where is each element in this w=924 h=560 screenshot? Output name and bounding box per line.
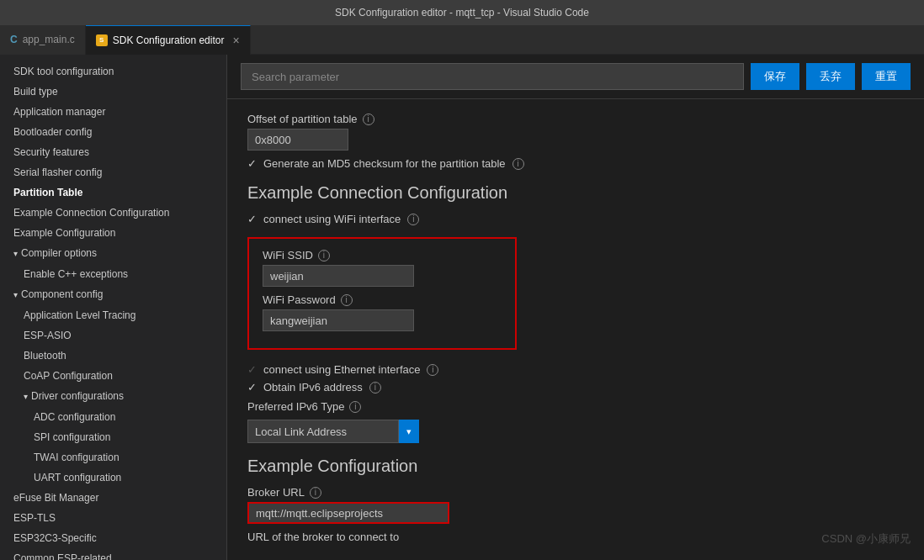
sidebar-item-build-type[interactable]: Build type (0, 82, 226, 102)
ipv6-type-label: Preferred IPv6 Type i (247, 400, 904, 413)
dropdown-arrow-button[interactable]: ▾ (399, 420, 419, 443)
tab-sdk-config[interactable]: S SDK Configuration editor × (86, 25, 251, 55)
ipv6-dropdown-container: Local Link Address ▾ (247, 420, 904, 443)
sidebar-item-uart[interactable]: UART configuration (0, 468, 226, 488)
arrow-down-icon: ▾ (13, 249, 18, 258)
reset-button[interactable]: 重置 (862, 63, 911, 90)
watermark: CSDN @小康师兄 (821, 531, 911, 547)
sidebar-item-esp-asio[interactable]: ESP-ASIO (0, 325, 226, 346)
sidebar-item-coap[interactable]: CoAP Configuration (0, 366, 226, 386)
offset-input[interactable] (247, 129, 348, 151)
config-content: Offset of partition table i ✓ Generate a… (227, 99, 924, 560)
main-area: SDK tool configuration Build type Applic… (0, 55, 924, 560)
md5-checkmark: ✓ (247, 157, 257, 170)
sidebar-item-bootloader[interactable]: Bootloader config (0, 122, 226, 142)
sidebar-item-esp-tls[interactable]: ESP-TLS (0, 508, 226, 528)
tab-sdk-config-label: SDK Configuration editor (113, 34, 225, 46)
wifi-ssid-input[interactable] (263, 265, 414, 287)
broker-url-desc: URL of the broker to connect to (247, 531, 904, 543)
close-icon[interactable]: × (232, 34, 239, 47)
wifi-password-input[interactable] (263, 309, 414, 331)
wifi-ssid-label: WiFi SSID i (263, 249, 502, 262)
sdk-icon: S (96, 34, 108, 46)
broker-url-info-icon[interactable]: i (310, 487, 321, 499)
ipv6-info-icon[interactable]: i (369, 382, 381, 394)
content-area: 保存 丢弃 重置 Offset of partition table i ✓ G… (227, 55, 924, 560)
sidebar-item-esp32c3[interactable]: ESP32C3-Specific (0, 528, 226, 548)
sidebar-item-compiler[interactable]: ▾Compiler options (0, 243, 226, 264)
password-info-icon[interactable]: i (341, 294, 353, 306)
sidebar-item-tracing[interactable]: Application Level Tracing (0, 305, 226, 325)
sidebar-item-example-config[interactable]: Example Configuration (0, 223, 226, 243)
ipv6-type-info-icon[interactable]: i (349, 401, 361, 413)
title-text: SDK Configuration editor - mqtt_tcp - Vi… (335, 7, 589, 18)
sidebar-item-security[interactable]: Security features (0, 142, 226, 162)
sidebar-item-spi[interactable]: SPI configuration (0, 427, 226, 447)
sidebar-item-sdk-tool[interactable]: SDK tool configuration (0, 61, 226, 82)
broker-url-input-wrapper (247, 502, 904, 524)
wifi-connect-checkbox-row: ✓ connect using WiFi interface i (247, 213, 904, 225)
sidebar-item-cpp[interactable]: Enable C++ exceptions (0, 264, 226, 284)
title-bar: SDK Configuration editor - mqtt_tcp - Vi… (0, 0, 924, 25)
ssid-info-icon[interactable]: i (318, 250, 330, 262)
sidebar-item-efuse[interactable]: eFuse Bit Manager (0, 488, 226, 508)
wifi-password-label: WiFi Password i (263, 293, 502, 306)
save-button[interactable]: 保存 (751, 63, 799, 90)
search-input[interactable] (241, 63, 744, 90)
ethernet-info-icon[interactable]: i (427, 364, 438, 376)
md5-info-icon[interactable]: i (512, 158, 524, 170)
ipv6-checkbox-row: ✓ Obtain IPv6 address i (247, 381, 904, 394)
wifi-info-icon[interactable]: i (407, 214, 419, 225)
sidebar-item-serial[interactable]: Serial flasher config (0, 162, 226, 182)
sidebar-item-adc[interactable]: ADC configuration (0, 407, 226, 427)
sidebar-item-common-esp[interactable]: Common ESP-related (0, 548, 226, 560)
sidebar-item-driver[interactable]: ▾Driver configurations (0, 386, 226, 407)
tab-app-main[interactable]: C app_main.c (0, 25, 86, 55)
wifi-password-group: WiFi Password i (263, 293, 502, 331)
offset-info-icon[interactable]: i (363, 114, 374, 125)
ipv6-type-select[interactable]: Local Link Address (247, 420, 399, 443)
section-example-config-title: Example Configuration (247, 457, 904, 476)
toolbar: 保存 丢弃 重置 (227, 55, 924, 99)
sidebar-item-partition[interactable]: Partition Table (0, 182, 226, 203)
sidebar-item-component[interactable]: ▾Component config (0, 284, 226, 305)
sidebar: SDK tool configuration Build type Applic… (0, 55, 227, 560)
sidebar-item-example-connection[interactable]: Example Connection Configuration (0, 203, 226, 223)
wifi-credentials-section: WiFi SSID i WiFi Password i (247, 237, 517, 350)
c-file-icon: C (10, 34, 18, 45)
tab-app-main-label: app_main.c (23, 34, 75, 45)
md5-checkbox-row: ✓ Generate an MD5 checksum for the parti… (247, 157, 904, 170)
arrow-down-icon2: ▾ (13, 290, 18, 299)
sidebar-item-twai[interactable]: TWAI configuration (0, 447, 226, 468)
offset-label: Offset of partition table i (247, 113, 904, 125)
wifi-checkmark: ✓ (247, 213, 257, 225)
discard-button[interactable]: 丢弃 (806, 63, 855, 90)
arrow-down-icon3: ▾ (24, 392, 28, 401)
wifi-ssid-group: WiFi SSID i (263, 249, 502, 287)
ethernet-checkmark: ✓ (247, 363, 257, 376)
section-example-connection-title: Example Connection Configuration (247, 183, 904, 203)
broker-url-label: Broker URL i (247, 486, 904, 499)
ipv6-checkmark: ✓ (247, 381, 257, 394)
ethernet-connect-checkbox-row: ✓ connect using Ethernet interface i (247, 363, 904, 376)
tab-bar: C app_main.c S SDK Configuration editor … (0, 25, 924, 55)
broker-url-input[interactable] (247, 502, 449, 524)
sidebar-item-bluetooth[interactable]: Bluetooth (0, 346, 226, 366)
sidebar-item-app-manager[interactable]: Application manager (0, 102, 226, 122)
